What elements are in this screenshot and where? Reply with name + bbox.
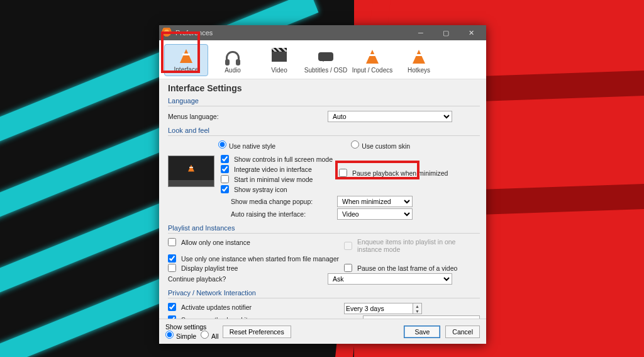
headphones-icon bbox=[222, 48, 243, 65]
cone-icon bbox=[175, 47, 197, 65]
pause-last-frame-checkbox[interactable]: Pause on the last frame of a video bbox=[344, 263, 480, 273]
simple-radio[interactable]: Simple bbox=[165, 332, 196, 340]
menus-language-select[interactable]: Auto bbox=[328, 111, 452, 122]
update-interval-spinner[interactable]: ▲▼ bbox=[344, 303, 422, 314]
cancel-button[interactable]: Cancel bbox=[445, 326, 480, 338]
continue-playback-select[interactable]: Ask bbox=[328, 273, 452, 285]
custom-skin-radio[interactable]: Use custom skin bbox=[351, 140, 410, 150]
close-button[interactable]: ✕ bbox=[458, 25, 484, 40]
settings-panel: Interface Settings Language Menus langua… bbox=[159, 79, 486, 319]
tab-label: Video bbox=[271, 67, 287, 74]
minimize-button[interactable]: ─ bbox=[408, 25, 433, 40]
tab-label: Interface bbox=[174, 66, 199, 73]
show-settings-label: Show settings bbox=[165, 323, 219, 331]
preferences-window: Preferences ─ ▢ ✕ Interface Audio Video … bbox=[159, 25, 486, 344]
enqueue-checkbox: Enqueue items into playlist in one insta… bbox=[344, 237, 480, 254]
titlebar[interactable]: Preferences ─ ▢ ✕ bbox=[159, 25, 486, 40]
clapper-icon bbox=[269, 48, 290, 65]
media-change-label: Show media change popup: bbox=[231, 198, 335, 205]
menus-language-label: Menus language: bbox=[168, 113, 325, 120]
start-minimal-checkbox[interactable]: Start in minimal view mode bbox=[221, 174, 333, 184]
tab-video[interactable]: Video bbox=[257, 44, 301, 76]
tab-label: Input / Codecs bbox=[352, 67, 392, 74]
app-icon bbox=[162, 28, 172, 38]
maximize-button[interactable]: ▢ bbox=[433, 25, 458, 40]
auto-raise-select[interactable]: Video bbox=[337, 208, 413, 220]
auto-raise-label: Auto raising the interface: bbox=[231, 210, 335, 218]
media-change-select[interactable]: When minimized bbox=[337, 196, 413, 207]
footer: Show settings Simple All Reset Preferenc… bbox=[159, 319, 486, 344]
continue-playback-label: Continue playback? bbox=[168, 275, 325, 283]
show-systray-checkbox[interactable]: Show systray icon bbox=[221, 184, 333, 194]
integrate-video-checkbox[interactable]: Integrate video in interface bbox=[221, 164, 333, 174]
group-language: Language bbox=[168, 97, 480, 105]
reset-preferences-button[interactable]: Reset Preferences bbox=[223, 326, 291, 338]
tab-audio[interactable]: Audio bbox=[211, 44, 255, 76]
group-look: Look and feel bbox=[168, 127, 480, 134]
save-button[interactable]: Save bbox=[404, 326, 440, 338]
panel-heading: Interface Settings bbox=[168, 83, 480, 93]
tab-label: Hotkeys bbox=[408, 67, 430, 74]
all-radio[interactable]: All bbox=[201, 332, 219, 340]
skin-preview bbox=[168, 156, 214, 187]
cone-icon bbox=[408, 48, 430, 65]
group-privacy: Privacy / Network Interaction bbox=[168, 289, 480, 297]
tab-interface[interactable]: Interface bbox=[164, 44, 208, 76]
activate-updates-checkbox[interactable]: Activate updates notifier bbox=[168, 302, 344, 312]
tab-codecs[interactable]: Input / Codecs bbox=[350, 44, 394, 76]
tab-subtitles[interactable]: Subtitles / OSD bbox=[304, 44, 348, 76]
bubble-icon bbox=[315, 48, 336, 65]
allow-one-instance-checkbox[interactable]: Allow only one instance bbox=[168, 237, 344, 247]
display-tree-checkbox[interactable]: Display playlist tree bbox=[168, 263, 344, 273]
native-style-radio[interactable]: Use native style bbox=[218, 140, 275, 150]
tab-label: Audio bbox=[225, 67, 241, 74]
window-title: Preferences bbox=[175, 29, 408, 37]
tab-hotkeys[interactable]: Hotkeys bbox=[397, 44, 441, 76]
category-tabs: Interface Audio Video Subtitles / OSD In… bbox=[159, 40, 486, 79]
pause-playback-checkbox[interactable]: Pause playback when minimized bbox=[339, 168, 480, 178]
cone-icon bbox=[362, 48, 383, 65]
use-one-fm-checkbox[interactable]: Use only one instance when started from … bbox=[168, 254, 480, 263]
show-controls-checkbox[interactable]: Show controls in full screen mode bbox=[221, 154, 333, 164]
tab-label: Subtitles / OSD bbox=[304, 67, 347, 74]
group-playlist: Playlist and Instances bbox=[168, 224, 480, 232]
